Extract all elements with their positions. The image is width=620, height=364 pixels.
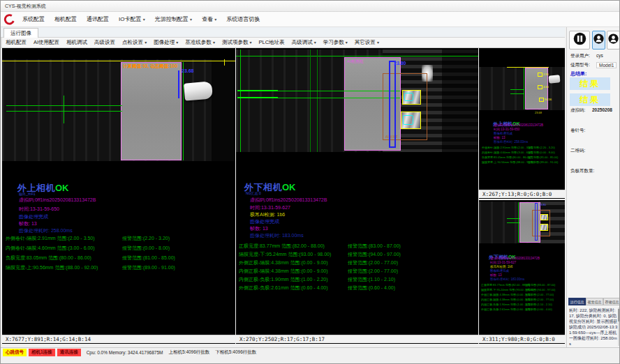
gauge-value: 23.80 (539, 203, 546, 206)
menu-item-io-config[interactable]: IO卡配置 ▾ (114, 12, 150, 27)
tool-image-processing[interactable]: 图像处理 ▾ (150, 37, 182, 48)
reference-line-yellow (2, 61, 235, 61)
photo-decor (2, 59, 235, 161)
alarm-range: 报警范围:(2.00 - 77.00) (525, 298, 554, 301)
measurement-row: 内侧正极-负极:1.90mm 范围:(1.00 - 2.20) (481, 303, 532, 306)
measurement-row: 外侧正极-隔膜:4.38mm 范围:(0.00 - 9.00) (239, 259, 328, 266)
elapsed-line: 图像处理耗时: 183.00ms (490, 278, 524, 281)
camera-photo-upper: 计算阈值:93, 动态阈值:100 23.68 (2, 59, 235, 161)
comm-connect-badge: 通讯连接 (57, 349, 81, 356)
frame-count-line: 帧数: 13 (494, 136, 505, 139)
time-line: 时间:13-31-59-650 (19, 206, 59, 213)
menu-item-camera-config[interactable]: 相机配置 (50, 12, 82, 27)
user-manage-button[interactable] (607, 31, 620, 50)
photo-decor (442, 50, 478, 152)
tab-run-image[interactable]: 运行图像 (3, 28, 38, 38)
pixel-coordinate-bar: X:267;Y:13;R:0;G:0;B:0 (479, 190, 565, 198)
alarm-range: 报警范围:(81.00 - 85.00) (122, 255, 175, 261)
connector-part (184, 81, 213, 100)
edge-line-green (524, 68, 524, 109)
tool-spot-check[interactable]: 点检设置 ▾ (119, 37, 150, 48)
alarm-range: 报警范围:(2.00 - 77.00) (525, 293, 554, 296)
tool-ai-config[interactable]: AI使用配置 (30, 37, 63, 48)
baseline-green (237, 90, 278, 91)
user-icon (593, 33, 604, 47)
info-tab-storage[interactable]: 存储信息 (603, 298, 620, 305)
gauge-value: 23.80 (394, 61, 406, 66)
baseline-green (237, 97, 278, 98)
user-login-button[interactable] (592, 31, 605, 50)
tool-other-settings[interactable]: 其它设置 ▾ (351, 37, 383, 48)
menu-item-language[interactable]: 系统语言切换 (221, 12, 265, 27)
status-bar: 心跳信号 相机1连接 通讯连接 Cpu: 0.0% Memory: 3424.4… (1, 347, 620, 357)
measurement-row: 正极宽度:83.77mm 范围:(82.00 - 88.00) (481, 283, 530, 287)
alarm-range: 报警范围:(89.00 - 91.00) (528, 160, 558, 164)
baseline-green (507, 222, 519, 223)
edge-line-green (183, 62, 184, 160)
measurement-row: 隔膜宽度-下:95.24mm 范围:(93.00 - 98.00) (239, 251, 331, 258)
result-badge-lower: 结果 (570, 93, 610, 106)
alarm-range: 报警范围:(2.20 - 3.20) (528, 146, 555, 149)
alarm-range: 报警范围:(0.00 - 8.00) (528, 151, 555, 154)
gauge-value: 23.68 (535, 111, 542, 114)
mini-view-lower[interactable]: 23.80 外下相机OK 虚拟码:0ff1ins2025020813313472… (479, 200, 565, 344)
info-tab-vision[interactable]: 视觉信息 (586, 298, 603, 305)
alarm-range: 报警范围:(83.00 - 87.00) (348, 243, 401, 250)
camera-photo-lower: AI检测框 AI极耳F 23.80 (236, 50, 478, 152)
camera-view-lower[interactable]: AI检测框 AI极耳F 23.80 外下相机OK NG汇总:0 虚拟码:0ff1… (236, 48, 478, 344)
virtual-code-line: 虚拟码:0ff1ins2025020813313472B (19, 197, 96, 204)
login-user-value: cys (596, 53, 603, 58)
camera-connect-badge: 相机1连接 (29, 349, 55, 356)
tool-advanced-debug[interactable]: 高级调试 ▾ (288, 37, 320, 48)
heartbeat-status-badge: 心跳信号 (3, 349, 27, 356)
right-sidebar: 登录用户: cys 使用型号: Model1 总结果: 结果 结果 虚拟码: 2… (566, 27, 620, 347)
menu-item-comm-config[interactable]: 通讯配置 (82, 12, 114, 27)
tool-baseline-params[interactable]: 基准线参数 ▾ (182, 37, 219, 48)
measurement-row: 负极宽度:83.05mm 范围:(80.00 - 86.00) (482, 156, 531, 159)
measurement-row: 外侧卷针-隔膜:2.91mm 范围:(2.00 - 3.50) (6, 235, 95, 242)
baseline-green (507, 218, 519, 219)
tool-camera-config[interactable]: 相机配置 (2, 37, 30, 48)
gauge-rect-blue (535, 203, 538, 241)
pixel-coordinate-bar: X:7677;Y:891;R:14;G:14;B:14 (2, 335, 235, 343)
camera-sub-label: NG汇总:0 (246, 191, 261, 195)
model-value[interactable]: Model1 (596, 62, 617, 68)
menu-item-light-config[interactable]: 光源控制配置 ▾ (150, 12, 197, 27)
toolbar: 相机配置 AI使用配置 相机调试 高级设置 点检设置 ▾ 图像处理 ▾ 基准线参… (1, 38, 565, 48)
info-tab-run[interactable]: 运行信息 (568, 298, 586, 305)
menu-item-system-config[interactable]: 系统配置 (17, 12, 50, 27)
tab-detection-box (540, 224, 548, 231)
ai-result-line: 极耳AI检测: 1b6 (490, 265, 512, 268)
tool-advanced-settings[interactable]: 高级设置 (91, 37, 119, 48)
alarm-range: 报警范围:(94.00 - 97.00) (525, 288, 555, 291)
process-done-line: 图像处理完成 (19, 213, 48, 220)
tool-learning-params[interactable]: 学习参数 ▾ (320, 37, 351, 48)
model-label: 使用型号: (570, 62, 590, 68)
elapsed-line: 图像处理耗时: 258.00ms (494, 140, 528, 144)
tab-contour-mark (404, 93, 413, 101)
camera-view-upper[interactable]: 计算阈值:93, 动态阈值:100 23.68 外上相机OK 输出_外F1 虚拟… (2, 48, 235, 344)
alarm-range: 报警范围:(94.00 - 97.00) (348, 251, 401, 258)
reference-tick-yellow (224, 59, 225, 66)
time-line: 时间:13-31-59-627 (250, 204, 290, 211)
tool-test-params[interactable]: 测试项参数 ▾ (219, 37, 256, 48)
measurement-row: 外侧正极-负极:2.61mm 范围:(0.60 - 4.00) (239, 285, 328, 291)
measure-callout-box (538, 73, 542, 77)
elapsed-line: 图像处理耗时: 183.00ms (250, 232, 304, 239)
time-line: 时间:13-31-59-627 (490, 261, 516, 264)
mini-view-upper[interactable]: 2.91 4.60 90.56 23.68 外上相机OK 虚拟码:0ff1ins… (479, 48, 565, 199)
pause-button[interactable] (569, 31, 590, 50)
process-done-line: 图像处理完成 (490, 269, 509, 273)
qr-code-label: 二维码: (570, 148, 585, 154)
tab-row: 运行图像 (1, 27, 565, 38)
app-logo-icon (3, 14, 15, 25)
baseline-green (6, 105, 122, 106)
measure-callout-label: 2.91 (543, 73, 549, 76)
alarm-range: 报警范围:(81.00 - 85.00) (528, 156, 558, 159)
title-bar[interactable]: CYS-视觉检测系统 (1, 1, 620, 12)
user-icon (608, 33, 619, 47)
tool-camera-debug[interactable]: 相机调试 (63, 37, 91, 48)
menu-item-view[interactable]: 查看 ▾ (197, 12, 221, 27)
tool-plc-table[interactable]: PLC地址表 (256, 37, 288, 48)
tab-detection-box (401, 112, 421, 129)
